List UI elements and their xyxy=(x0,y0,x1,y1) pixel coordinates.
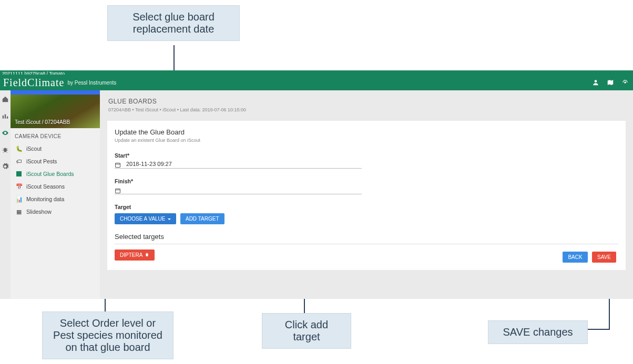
main: GLUE BOARDS 07204ABB • Test iScout • iSc… xyxy=(100,90,633,299)
tag-icon: 🏷 xyxy=(16,158,22,164)
sidebar-item-seasons[interactable]: 📅 iScout Seasons xyxy=(11,180,100,193)
page-title: GLUE BOARDS xyxy=(108,98,625,105)
form-sub: Update an existent Glue Board on iScout xyxy=(115,138,618,143)
annotation-bottom-right: SAVE changes xyxy=(488,320,588,344)
bug-icon: 🐛 xyxy=(16,145,22,152)
chip-label: DIPTERA xyxy=(120,252,142,258)
back-button[interactable]: BACK xyxy=(563,252,587,263)
eye-icon[interactable] xyxy=(2,129,9,137)
slideshow-icon: ▦ xyxy=(16,209,22,215)
sidebar-item-iscout[interactable]: 🐛 iScout xyxy=(11,142,100,155)
topbar: FieldClimate by Pessl Instruments xyxy=(0,75,633,90)
save-button[interactable]: SAVE xyxy=(592,252,616,263)
bug-icon[interactable] xyxy=(2,146,9,153)
broadcast-icon[interactable] xyxy=(620,78,630,87)
annotation-line xyxy=(588,329,610,330)
calendar-icon: 📅 xyxy=(16,183,22,190)
sidebar-item-monitoring[interactable]: 📊 Monitoring data xyxy=(11,193,100,205)
svg-rect-7 xyxy=(116,163,120,168)
svg-point-1 xyxy=(624,81,626,84)
start-label: Start* xyxy=(115,152,618,159)
calendar-icon[interactable] xyxy=(115,161,121,167)
logo-byline: by Pessl Instruments xyxy=(67,80,116,86)
calendar-icon[interactable] xyxy=(115,186,121,193)
svg-rect-3 xyxy=(5,115,6,119)
device-crumb: Test iScout / 07204ABB xyxy=(15,119,70,125)
sidebar-item-label: Monitoring data xyxy=(26,196,64,202)
map-icon[interactable] xyxy=(606,78,615,87)
annotation-bottom-mid: Click add target xyxy=(262,313,351,349)
sidebar-item-label: iScout Seasons xyxy=(26,183,65,190)
svg-rect-6 xyxy=(16,171,22,176)
add-target-button[interactable]: ADD TARGET xyxy=(180,213,224,224)
left-rail xyxy=(0,90,11,299)
user-icon[interactable] xyxy=(591,78,600,87)
page-header: GLUE BOARDS 07204ABB • Test iScout • iSc… xyxy=(100,90,633,116)
gear-icon[interactable] xyxy=(2,163,9,170)
selected-targets-title: Selected targets xyxy=(115,233,618,244)
sidebar: Test iScout / 07204ABB CAMERA DEVICE 🐛 i… xyxy=(11,90,100,299)
device-hero: Test iScout / 07204ABB xyxy=(11,90,100,128)
breadcrumb: 07204ABB • Test iScout • iScout • Last d… xyxy=(108,107,625,112)
bars-icon: 📊 xyxy=(16,196,22,202)
sidebar-item-label: Slideshow xyxy=(26,209,52,215)
svg-rect-8 xyxy=(116,189,120,193)
finish-input[interactable] xyxy=(126,186,362,193)
form-card: Update the Glue Board Update an existent… xyxy=(107,121,626,270)
sidebar-item-slideshow[interactable]: ▦ Slideshow xyxy=(11,205,100,218)
choose-value-button[interactable]: CHOOSE A VALUE xyxy=(115,213,176,224)
sidebar-section-header: CAMERA DEVICE xyxy=(11,128,100,142)
sidebar-item-glueboards[interactable]: iScout Glue Boards xyxy=(11,168,100,180)
square-icon xyxy=(16,171,22,177)
chart-icon[interactable] xyxy=(2,112,9,120)
annotation-top: Select glue board replacement date xyxy=(107,5,240,41)
svg-point-0 xyxy=(595,80,597,82)
finish-label: Finish* xyxy=(115,178,618,184)
svg-point-5 xyxy=(4,148,7,152)
form-heading: Update the Glue Board xyxy=(115,128,618,136)
sidebar-item-label: iScout Glue Boards xyxy=(26,171,74,177)
svg-rect-2 xyxy=(3,116,4,119)
start-input[interactable] xyxy=(126,161,362,167)
svg-rect-4 xyxy=(7,117,8,119)
sidebar-item-label: iScout Pests xyxy=(26,158,57,164)
target-chip-diptera[interactable]: DIPTERA xyxy=(115,249,155,261)
target-label: Target xyxy=(115,204,618,210)
trash-icon xyxy=(145,252,149,258)
annotation-bottom-left: Select Order level or Pest species monit… xyxy=(42,311,173,359)
sidebar-item-label: iScout xyxy=(26,145,42,152)
sidebar-item-pests[interactable]: 🏷 iScout Pests xyxy=(11,155,100,168)
logo: FieldClimate xyxy=(3,77,64,89)
home-icon[interactable] xyxy=(2,96,9,103)
